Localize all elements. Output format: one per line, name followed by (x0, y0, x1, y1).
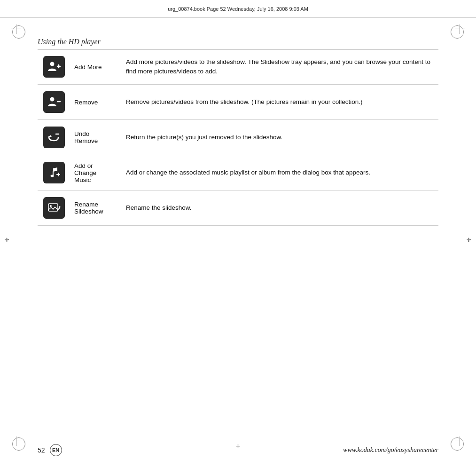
feature-table: Add More Add more pictures/videos to the… (38, 49, 438, 226)
corner-circle (451, 437, 464, 451)
undo-remove-name: Undo Remove (70, 120, 122, 155)
rename-slideshow-desc: Rename the slideshow. (122, 190, 438, 226)
page-number: 52 (38, 446, 45, 454)
svg-point-3 (50, 97, 55, 102)
svg-point-7 (51, 175, 54, 177)
corner-circle (12, 25, 25, 39)
corner-circle (451, 25, 464, 39)
icon-cell-remove (38, 85, 70, 120)
main-content: Using the HD player (38, 38, 438, 438)
corner-mark-top-left (9, 23, 28, 41)
bottom-cross-mark: + (235, 442, 241, 452)
table-row: Undo Remove Return the picture(s) you ju… (38, 120, 438, 155)
footer-left: 52 EN (38, 444, 62, 456)
remove-desc: Remove pictures/videos from the slidesho… (122, 85, 438, 120)
icon-cell-add-change-music (38, 155, 70, 190)
svg-point-0 (50, 62, 55, 66)
rename-slideshow-name: Rename Slideshow (70, 190, 122, 226)
svg-point-11 (50, 205, 52, 207)
table-row: Add or Change Music Add or change the as… (38, 155, 438, 190)
undo-remove-icon-box (43, 127, 65, 148)
add-change-music-icon (47, 166, 61, 180)
side-dot-left: + (5, 236, 9, 240)
undo-remove-desc: Return the picture(s) you just removed t… (122, 120, 438, 155)
undo-remove-icon (47, 130, 61, 144)
add-change-music-name: Add or Change Music (70, 155, 122, 190)
remove-name: Remove (70, 85, 122, 120)
add-more-desc: Add more pictures/videos to the slidesho… (122, 49, 438, 85)
icon-cell-undo-remove (38, 120, 70, 155)
icon-cell-add-more (38, 49, 70, 85)
corner-mark-top-right (448, 23, 467, 41)
top-bar: urg_00874.book Page 52 Wednesday, July 1… (0, 0, 476, 18)
en-label: EN (52, 447, 59, 453)
corner-mark-bottom-right (448, 435, 467, 453)
add-more-name: Add More (70, 49, 122, 85)
footer-website: www.kodak.com/go/easysharecenter (343, 446, 438, 454)
table-row: Add More Add more pictures/videos to the… (38, 49, 438, 85)
icon-cell-rename-slideshow (38, 190, 70, 226)
en-badge: EN (50, 444, 62, 456)
add-more-icon-box (43, 56, 65, 78)
corner-circle (12, 437, 25, 451)
side-dot-right: + (467, 236, 471, 240)
remove-icon-box (43, 91, 65, 113)
top-bar-text: urg_00874.book Page 52 Wednesday, July 1… (168, 6, 308, 12)
table-row: Rename Slideshow Rename the slideshow. (38, 190, 438, 226)
section-title: Using the HD player (38, 38, 438, 46)
rename-slideshow-icon (47, 201, 61, 215)
remove-icon (47, 95, 61, 109)
corner-mark-bottom-left (9, 435, 28, 453)
add-change-music-desc: Add or change the associated music playl… (122, 155, 438, 190)
svg-rect-10 (48, 204, 58, 211)
add-change-music-icon-box (43, 162, 65, 183)
add-more-icon (47, 60, 61, 74)
table-row: Remove Remove pictures/videos from the s… (38, 85, 438, 120)
rename-slideshow-icon-box (43, 197, 65, 219)
page: urg_00874.book Page 52 Wednesday, July 1… (0, 0, 476, 476)
